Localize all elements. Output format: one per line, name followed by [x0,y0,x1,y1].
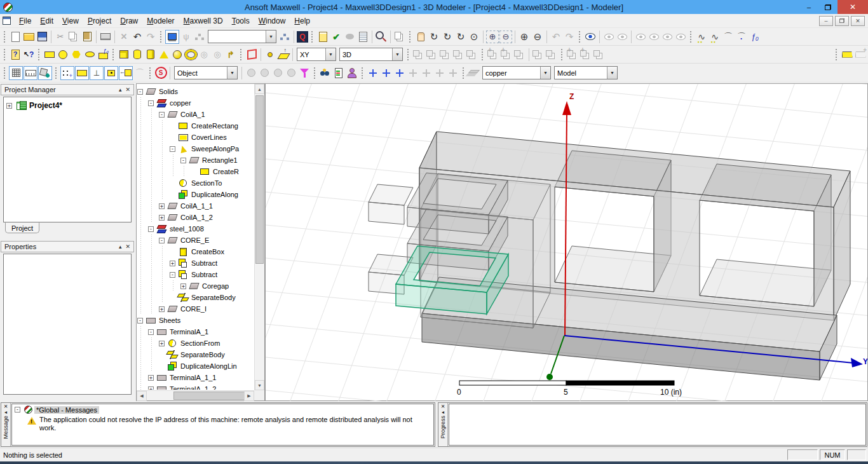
mdi-minimize-button[interactable]: – [819,16,833,26]
collapse-toggle[interactable]: - [148,100,154,106]
menu-maxwell-3d[interactable]: Maxwell 3D [179,15,227,27]
pan-button[interactable] [414,31,427,43]
zoom-in-rect-button[interactable] [486,31,499,43]
tree-row-terminala_1_2[interactable]: +TerminalA_1_2 [137,383,254,390]
rotate-axis-button[interactable] [441,31,454,43]
toolbar-grip[interactable] [112,48,115,61]
expand-toggle[interactable]: + [159,203,165,209]
machine-settings-button[interactable] [278,31,291,43]
wrap-sheet-button[interactable] [854,48,867,61]
duplicate-along-line-button[interactable] [487,48,499,61]
toolbar-grip[interactable] [149,67,152,79]
draw-torus-button[interactable] [184,48,197,61]
draw-bondwire-button[interactable] [224,48,237,61]
tree-row-sweepalongpa[interactable]: -SweepAlongPa [137,143,254,154]
scroll-left-icon[interactable]: ◀ [137,391,147,401]
ruler-toggle-button[interactable] [24,66,37,80]
collapse-panel-icon[interactable]: ▴ [119,243,122,250]
close-panel-icon[interactable]: ✕ [4,404,8,409]
tree-row-sheets[interactable]: -Sheets [137,315,254,326]
snap-vertex-button[interactable] [75,66,89,80]
draw-sphere-button[interactable] [171,48,184,61]
tree-row-createbox[interactable]: CreateBox [137,246,254,257]
split-button[interactable] [452,48,465,61]
expand-toggle[interactable]: + [159,341,165,346]
plane-combo[interactable]: XY▼ [297,48,336,61]
message-warning-row[interactable]: The application could not resolve the IP… [12,415,433,432]
select-vertices-button[interactable] [285,67,297,79]
offset-button[interactable] [545,48,558,61]
collapse-toggle[interactable]: - [148,226,154,232]
expand-toggle[interactable]: + [170,261,175,266]
tree-row-separatebody[interactable]: SeparateBody [137,349,254,360]
message-root-row[interactable]: - *Global - Messages [12,404,433,415]
tree-row-steel_1008[interactable]: -steel_1008 [137,223,254,235]
display-combo-arrow[interactable]: ▼ [607,67,617,79]
minimize-button[interactable]: – [799,0,818,14]
expand-toggle[interactable]: + [148,386,154,390]
draw-helix-button[interactable] [198,48,210,61]
tree-row-sectionfrom[interactable]: +SectionFrom [137,338,254,349]
results-button[interactable] [356,31,369,43]
scroll-right-icon[interactable]: ▶ [244,391,254,401]
draw-box-button[interactable] [118,48,130,61]
scroll-down-icon[interactable]: ▼ [255,380,264,390]
validate-button[interactable] [330,31,342,43]
tree-vertical-scrollbar[interactable]: ▲ ▼ [254,84,264,390]
scale-button[interactable] [532,48,545,61]
toolbar-grip[interactable] [240,48,243,61]
analyze-all-button[interactable] [343,31,356,43]
tree-row-subtract[interactable]: -Subtract [137,269,254,280]
menu-tools[interactable]: Tools [227,15,254,27]
draw-polyline-button[interactable] [695,31,708,43]
scroll-thumb[interactable] [255,95,264,264]
cut-button[interactable] [54,31,67,43]
zoom-out-rect-button[interactable] [499,31,512,43]
3d-canvas[interactable]: Z Y 0 5 10 (in) [266,84,867,401]
redo-button[interactable] [144,31,157,43]
menu-window[interactable]: Window [254,15,290,27]
expand-toggle[interactable]: + [6,103,12,109]
view-redo-button[interactable] [563,31,576,43]
toolbar-grip[interactable] [481,48,484,61]
thicken-sheet-button[interactable] [841,48,853,61]
intersect-button[interactable] [439,48,452,61]
duplicate-mirror-button[interactable] [513,48,526,61]
paste-button[interactable] [81,31,93,43]
create-udp-button[interactable] [245,48,258,61]
print-button[interactable] [99,31,112,43]
tree-row-createrectang[interactable]: CreateRectang [137,120,254,132]
toolbar-grip[interactable] [560,48,564,61]
machines-combo-arrow[interactable]: ▼ [266,31,276,43]
show-faces-button[interactable] [648,31,660,43]
project-tree-row[interactable]: + Project4* [6,101,128,110]
tree-row-core_i[interactable]: +CORE_I [137,303,254,315]
toolbar-grip[interactable] [689,31,693,43]
collapse-toggle[interactable]: - [15,407,20,413]
save-button[interactable] [36,31,48,43]
tree-row-creater[interactable]: CreateR [137,166,254,177]
view-undo-button[interactable] [550,31,562,43]
draw-equation-surface-button[interactable] [97,48,109,61]
dimension-combo-arrow[interactable]: ▼ [392,48,402,60]
draw-circle-button[interactable] [57,48,69,61]
local-machine-button[interactable] [165,30,179,44]
material-combo[interactable]: copper▼ [482,66,551,79]
move-cs-button[interactable] [420,67,433,79]
select-combo-arrow[interactable]: ▼ [227,67,237,79]
expand-toggle[interactable]: + [148,375,154,381]
toolbar-grip[interactable] [3,67,6,79]
draw-regular-polygon-button[interactable] [70,48,83,61]
tree-row-terminala_1[interactable]: -TerminalA_1 [137,326,254,338]
move-button[interactable] [566,48,579,61]
tree-row-core_e[interactable]: -CORE_E [137,235,254,246]
tree-row-duplicatealong[interactable]: DuplicateAlong [137,189,254,200]
draw-spiral-button[interactable] [211,48,224,61]
menu-modeler[interactable]: Modeler [142,15,179,27]
toolbar-grip[interactable] [462,67,465,79]
collapse-toggle[interactable]: - [170,146,175,152]
tree-row-copper[interactable]: -copper [137,97,254,109]
machines-combo[interactable]: ▼ [208,30,276,43]
tree-horizontal-scrollbar[interactable]: ◀ ▶ [137,390,254,400]
menu-project[interactable]: Project [83,15,116,27]
